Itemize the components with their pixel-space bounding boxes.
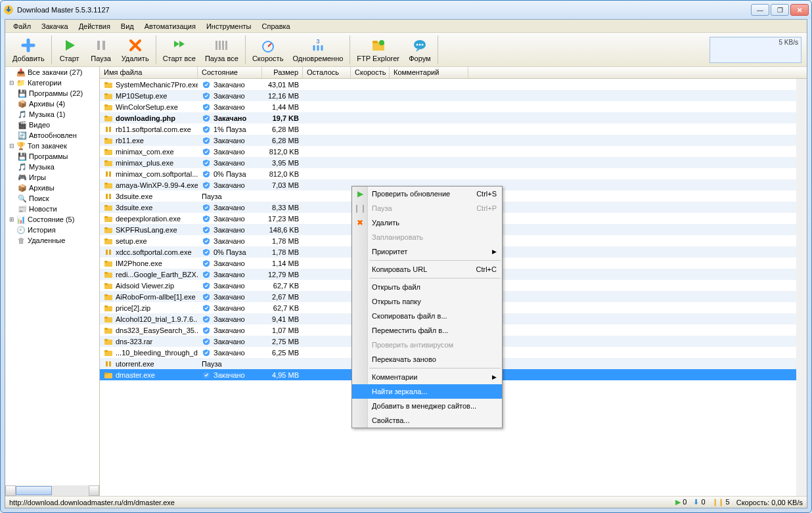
ctx-item[interactable]: Комментарии▶ [352,370,502,384]
svg-rect-41 [104,216,108,218]
tree-node[interactable]: ⊟🏆Топ закачек [5,141,99,151]
expand-icon[interactable] [8,227,16,233]
ctx-item[interactable]: ▶Проверить обновлениеCtrl+S [352,187,502,201]
toolbar-Скорость[interactable]: Скорость [248,34,288,66]
ctx-item[interactable]: ✖Удалить [352,215,502,230]
toolbar-Старт[interactable]: Старт [54,34,85,66]
file-name: rb11.exe [116,137,144,145]
expand-icon[interactable] [8,69,16,76]
toolbar-Пауза[interactable]: Пауза [85,34,117,66]
file-name: ...10_bleeding_through_de... [116,349,198,357]
tree-node[interactable]: ⊟📁Категории [5,78,99,88]
ctx-item[interactable]: Добавить в менеджер сайтов... [352,399,502,413]
file-size: 6,25 MB [262,349,303,357]
svg-rect-5 [222,41,224,50]
file-name: minimax_com.softportal.... [116,170,198,178]
column-header[interactable]: Осталось [303,67,351,78]
menu-Автоматизация[interactable]: Автоматизация [139,21,201,32]
toolbar-Пауза все[interactable]: Пауза все [200,34,243,66]
tree-node[interactable]: 🎵Музыка (1) [5,109,99,120]
minimize-button[interactable]: — [751,4,769,16]
tree-node[interactable]: 🕘История [5,225,99,235]
shield-icon [202,349,211,357]
file-icon [104,371,113,379]
column-header[interactable]: Скорость [351,67,390,78]
ctx-item[interactable]: Перекачать заново [352,352,502,367]
context-menu[interactable]: ▶Проверить обновлениеCtrl+S❙❙ПаузаCtrl+P… [351,186,503,428]
tree-icon: 🎵 [17,110,28,119]
file-icon [104,237,113,245]
menu-Действия[interactable]: Действия [74,21,116,32]
expand-icon[interactable]: ⊟ [8,79,16,86]
table-row[interactable]: minimax_com.exeЗакачано812,0 KB [100,146,807,157]
vscrollbar[interactable] [796,79,807,496]
table-row[interactable]: MP10Setup.exeЗакачано12,16 MB [100,90,807,101]
ctx-item[interactable]: Приоритет▶ [352,244,502,259]
column-header[interactable]: Размер [262,67,303,78]
table-row[interactable]: downloading.phpЗакачано19,7 KB [100,112,807,123]
ctx-item[interactable]: Свойства... [352,413,502,428]
maximize-button[interactable]: ❐ [771,4,789,16]
ctx-item[interactable]: Скопировать файл в... [352,309,502,323]
tree-node[interactable]: 🔍Поиск [5,193,99,204]
tree-node[interactable]: 🔄Автообновлен [5,130,99,141]
tree-node[interactable]: 📥Все закачки (27) [5,67,99,78]
svg-rect-65 [104,350,108,352]
tree-node[interactable]: 🎬Видео [5,120,99,130]
file-icon [104,226,113,234]
shield-icon [202,204,211,212]
scroll-right-button[interactable] [89,485,99,496]
tree-node[interactable]: 🗑Удаленные [5,235,99,246]
ctx-item[interactable]: Найти зеркала... [352,384,502,399]
tree-node[interactable]: 💾Программы [5,151,99,162]
tree-node[interactable]: ⊞📊Состояние (5) [5,214,99,225]
tree-node[interactable]: 💾Программы (22) [5,88,99,99]
table-row[interactable]: SystemMechanic7Pro.exeЗакачано43,01 MB [100,79,807,90]
column-header[interactable]: Комментарий [390,67,468,78]
ctx-item[interactable]: Открыть папку [352,294,502,309]
toolbar-Старт все[interactable]: Старт все [158,34,200,66]
ctx-item[interactable]: Открыть файл [352,280,502,294]
table-row[interactable]: rb11.softportal.com.exe1% Пауза6,28 MB [100,123,807,135]
svg-rect-59 [104,317,108,319]
toolbar-label: Пауза все [205,55,238,62]
shield-icon [202,103,211,111]
column-header[interactable]: Состояние [198,67,262,78]
tree-hscrollbar[interactable] [5,485,99,496]
expand-icon[interactable] [8,237,16,244]
menu-Вид[interactable]: Вид [116,21,139,32]
toolbar-Форум[interactable]: Форум [404,34,436,66]
expand-icon[interactable]: ⊟ [8,143,16,149]
title-bar[interactable]: Download Master 5.5.3.1127 — ❐ ✕ [1,1,811,19]
ctx-item[interactable]: Переместить файл в... [352,323,502,338]
file-size: 9,41 MB [262,315,303,323]
file-size: 3,95 MB [262,159,303,167]
file-size: 6,28 MB [262,137,303,145]
ctx-item[interactable]: Копировать URLCtrl+C [352,262,502,277]
column-header[interactable]: Имя файла [100,67,198,78]
table-row[interactable]: minimax_com.softportal....0% Пауза812,0 … [100,168,807,179]
table-row[interactable]: WinColorSetup.exeЗакачано1,44 MB [100,101,807,112]
toolbar-Одновременно[interactable]: 3Одновременно [288,34,348,66]
menu-Инструменты[interactable]: Инструменты [201,21,257,32]
scroll-thumb[interactable] [16,486,52,495]
table-row[interactable]: rb11.exeЗакачано6,28 MB [100,135,807,146]
close-button[interactable]: ✕ [790,4,809,16]
category-tree[interactable]: 📥Все закачки (27)⊟📁Категории💾Программы (… [5,67,100,496]
tree-node[interactable]: 📦Архивы (4) [5,99,99,109]
tree-node[interactable]: 📰Новости [5,204,99,214]
status-bar: http://download.downloadmaster.ru/dm/dma… [5,496,807,508]
scroll-left-button[interactable] [5,485,16,496]
expand-icon[interactable]: ⊞ [8,216,16,223]
column-headers[interactable]: Имя файлаСостояниеРазмерОсталосьСкорость… [100,67,807,79]
tree-node[interactable]: 📦Архивы [5,183,99,193]
table-row[interactable]: minimax_plus.exeЗакачано3,95 MB [100,157,807,168]
menu-Файл[interactable]: Файл [8,21,36,32]
toolbar-FTP Explorer[interactable]: FTP Explorer [352,34,404,66]
toolbar-Удалить[interactable]: Удалить [117,34,154,66]
toolbar-Добавить[interactable]: Добавить [8,34,49,66]
menu-Закачка[interactable]: Закачка [36,21,74,32]
tree-node[interactable]: 🎮Игры [5,172,99,183]
tree-node[interactable]: 🎵Музыка [5,162,99,172]
menu-Справка[interactable]: Справка [257,21,296,32]
